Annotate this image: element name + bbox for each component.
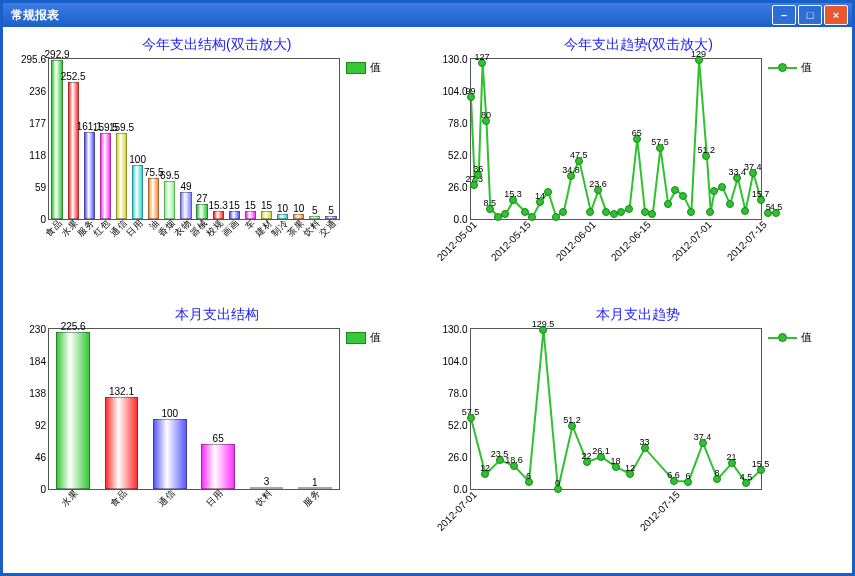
y-tick-label: 104.0 bbox=[442, 86, 467, 97]
y-tick-label: 0 bbox=[40, 214, 46, 225]
maximize-button[interactable]: □ bbox=[798, 5, 822, 25]
point-label: 6 bbox=[685, 471, 690, 481]
x-tick-label: 日用 bbox=[123, 218, 145, 240]
window-buttons: – □ × bbox=[772, 5, 848, 25]
x-tick-label: 交通 bbox=[317, 218, 339, 240]
bar-value-label: 252.5 bbox=[61, 71, 86, 82]
data-point bbox=[559, 208, 567, 216]
x-tick-label: 日用 bbox=[204, 488, 226, 510]
plot-area: 0.026.052.078.0104.0130.02012-05-012012-… bbox=[470, 58, 762, 220]
bar bbox=[132, 165, 143, 219]
titlebar[interactable]: 常规报表 – □ × bbox=[3, 3, 852, 27]
point-label: 18 bbox=[610, 456, 620, 466]
chart-year-trend[interactable]: 今年支出趋势(双击放大)0.026.052.078.0104.0130.0201… bbox=[428, 30, 850, 300]
x-tick-label: 服务 bbox=[301, 488, 323, 510]
y-tick-label: 26.0 bbox=[448, 182, 467, 193]
data-point bbox=[544, 188, 552, 196]
chart-month-trend[interactable]: 本月支出趋势0.026.052.078.0104.0130.02012-07-0… bbox=[428, 300, 850, 570]
chart-title: 本月支出趋势 bbox=[438, 306, 840, 324]
point-label: 12 bbox=[480, 463, 490, 473]
legend-label: 值 bbox=[370, 60, 381, 75]
point-label: 57.5 bbox=[651, 137, 669, 147]
data-point bbox=[679, 192, 687, 200]
x-tick-label: 2012-06-15 bbox=[608, 219, 652, 263]
point-label: 8 bbox=[714, 468, 719, 478]
point-label: 21 bbox=[726, 452, 736, 462]
point-label: 129 bbox=[691, 49, 706, 59]
legend: 值 bbox=[346, 60, 381, 75]
bar-value-label: 15 bbox=[229, 200, 240, 211]
legend: 值 bbox=[346, 330, 381, 345]
bar-value-label: 10 bbox=[293, 203, 304, 214]
data-point bbox=[706, 208, 714, 216]
bar-value-label: 15 bbox=[261, 200, 272, 211]
point-label: 18.6 bbox=[505, 455, 523, 465]
point-label: 99 bbox=[465, 86, 475, 96]
data-point bbox=[718, 183, 726, 191]
bar-value-label: 15.3 bbox=[208, 200, 227, 211]
bar-value-label: 5 bbox=[328, 205, 334, 216]
point-label: 80 bbox=[481, 110, 491, 120]
bar-value-label: 10 bbox=[277, 203, 288, 214]
y-tick-label: 295.6 bbox=[21, 54, 46, 65]
x-tick-label: 2012-05-15 bbox=[488, 219, 532, 263]
y-tick-label: 118 bbox=[29, 150, 46, 161]
legend-line-icon bbox=[768, 63, 797, 72]
bar-value-label: 27 bbox=[196, 193, 207, 204]
bar-value-label: 132.1 bbox=[109, 386, 134, 397]
y-tick-label: 236 bbox=[29, 86, 46, 97]
point-label: 127 bbox=[475, 52, 490, 62]
bar-value-label: 15 bbox=[245, 200, 256, 211]
point-label: 6.6 bbox=[667, 470, 680, 480]
point-label: 51.2 bbox=[698, 145, 716, 155]
point-label: 15.3 bbox=[504, 189, 522, 199]
x-tick-label: 2012-07-01 bbox=[434, 489, 478, 533]
chart-year-structure[interactable]: 今年支出结构(双击放大)059118177236295.6292.9食品252.… bbox=[6, 30, 428, 300]
point-label: 65 bbox=[632, 128, 642, 138]
point-label: 37.4 bbox=[744, 162, 762, 172]
point-label: 23.6 bbox=[589, 179, 607, 189]
data-point bbox=[687, 208, 695, 216]
bar bbox=[100, 133, 111, 219]
y-tick-label: 130.0 bbox=[442, 54, 467, 65]
y-tick-label: 78.0 bbox=[448, 388, 467, 399]
legend: 值 bbox=[768, 60, 812, 75]
bar bbox=[229, 211, 240, 219]
y-tick-label: 46 bbox=[35, 452, 46, 463]
x-tick-label: 通信 bbox=[156, 488, 178, 510]
bar bbox=[153, 419, 187, 489]
bar-value-label: 159.5 bbox=[109, 122, 134, 133]
point-label: 15.7 bbox=[752, 189, 770, 199]
point-label: 51.2 bbox=[563, 415, 581, 425]
point-label: 37.4 bbox=[694, 432, 712, 442]
bar-value-label: 65 bbox=[213, 433, 224, 444]
data-point bbox=[664, 200, 672, 208]
chart-month-structure[interactable]: 本月支出结构04692138184230225.6水果132.1食品100通信6… bbox=[6, 300, 428, 570]
chart-title: 今年支出结构(双击放大) bbox=[16, 36, 418, 54]
close-button[interactable]: × bbox=[824, 5, 848, 25]
y-tick-label: 130.0 bbox=[442, 324, 467, 335]
data-point bbox=[648, 210, 656, 218]
bar bbox=[116, 133, 127, 219]
bar-value-label: 49 bbox=[180, 181, 191, 192]
x-tick-label: 2012-07-01 bbox=[670, 219, 714, 263]
point-label: 22 bbox=[581, 451, 591, 461]
y-tick-label: 26.0 bbox=[448, 452, 467, 463]
app-window: 常规报表 – □ × 今年支出结构(双击放大)059118177236295.6… bbox=[0, 0, 855, 576]
data-point bbox=[521, 208, 529, 216]
y-tick-label: 177 bbox=[29, 118, 46, 129]
x-tick-label: 2012-07-15 bbox=[724, 219, 768, 263]
bar-value-label: 100 bbox=[129, 154, 146, 165]
x-tick-label: 画画 bbox=[220, 218, 242, 240]
point-label: 36 bbox=[473, 164, 483, 174]
bar bbox=[105, 397, 139, 489]
y-tick-label: 0 bbox=[40, 484, 46, 495]
x-tick-label: 2012-07-15 bbox=[637, 489, 681, 533]
legend-label: 值 bbox=[801, 60, 812, 75]
bar bbox=[180, 192, 191, 219]
y-tick-label: 52.0 bbox=[448, 420, 467, 431]
bar-value-label: 3 bbox=[264, 476, 270, 487]
minimize-button[interactable]: – bbox=[772, 5, 796, 25]
content-area: 今年支出结构(双击放大)059118177236295.6292.9食品252.… bbox=[6, 30, 849, 570]
legend-label: 值 bbox=[801, 330, 812, 345]
